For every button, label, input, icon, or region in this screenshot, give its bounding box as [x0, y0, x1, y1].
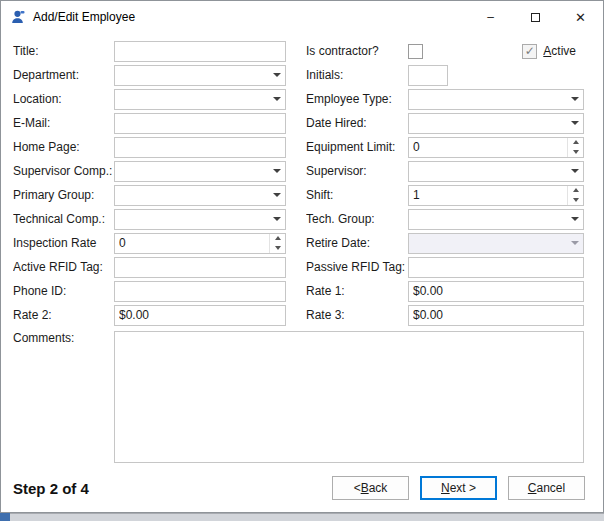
- passive-rfid-tag-label: Passive RFID Tag:: [306, 260, 408, 274]
- initials-input[interactable]: [408, 65, 448, 86]
- comments-textarea[interactable]: [114, 331, 584, 463]
- tech-group-dropdown[interactable]: [408, 209, 584, 230]
- employee-form: Title: Is contractor? ✓ Active Departmen…: [1, 33, 603, 463]
- email-input[interactable]: [114, 113, 286, 134]
- form-row: Technical Comp.: Tech. Group:: [13, 207, 603, 231]
- dialog-footer: Step 2 of 4 < Back Next > Cancel: [1, 476, 603, 512]
- spinner-down-icon[interactable]: [270, 243, 285, 253]
- chevron-down-icon: [273, 217, 281, 221]
- spinner-up-icon[interactable]: [568, 186, 583, 196]
- employee-person-icon: [10, 9, 26, 25]
- supervisor-dropdown[interactable]: [408, 161, 584, 182]
- minimize-icon: –: [487, 10, 494, 24]
- chevron-down-icon: [571, 169, 579, 173]
- close-button[interactable]: ✕: [558, 1, 603, 33]
- chevron-down-icon: [571, 121, 579, 125]
- spinner-down-icon[interactable]: [568, 147, 583, 157]
- chevron-down-icon: [273, 97, 281, 101]
- home-page-input[interactable]: [114, 137, 286, 158]
- equipment-limit-input[interactable]: [409, 138, 567, 157]
- shift-spinner: [408, 185, 584, 206]
- title-label: Title:: [13, 44, 114, 58]
- shift-label: Shift:: [306, 188, 408, 202]
- location-dropdown[interactable]: [114, 89, 286, 110]
- supervisor-comp-dropdown[interactable]: [114, 161, 286, 182]
- supervisor-comp-label: Supervisor Comp.:: [13, 164, 114, 178]
- rate-1-label: Rate 1:: [306, 284, 408, 298]
- department-label: Department:: [13, 68, 114, 82]
- background-accent: [0, 513, 10, 521]
- phone-id-input[interactable]: [114, 281, 286, 302]
- form-row: Title: Is contractor? ✓ Active: [13, 39, 603, 63]
- initials-label: Initials:: [306, 68, 408, 82]
- minimize-button[interactable]: –: [468, 1, 513, 33]
- cancel-button[interactable]: Cancel: [508, 476, 585, 500]
- rate-3-input[interactable]: [408, 305, 584, 326]
- form-row: E-Mail: Date Hired:: [13, 111, 603, 135]
- equipment-limit-label: Equipment Limit:: [306, 140, 408, 154]
- is-contractor-checkbox[interactable]: [408, 44, 423, 59]
- shift-input[interactable]: [409, 186, 567, 205]
- rate-2-input[interactable]: [114, 305, 286, 326]
- is-contractor-label: Is contractor?: [306, 44, 408, 58]
- passive-rfid-tag-input[interactable]: [408, 257, 584, 278]
- active-checkbox[interactable]: ✓: [522, 44, 537, 59]
- inspection-rate-spinner: [114, 233, 286, 254]
- inspection-rate-input[interactable]: [115, 234, 269, 253]
- active-label: Active: [543, 44, 576, 58]
- form-row: Rate 2: Rate 3:: [13, 303, 603, 327]
- add-edit-employee-dialog: Add/Edit Employee – ✕ Title: Is contract…: [0, 0, 604, 513]
- spinner-up-icon[interactable]: [568, 138, 583, 148]
- department-dropdown[interactable]: [114, 65, 286, 86]
- location-label: Location:: [13, 92, 114, 106]
- supervisor-label: Supervisor:: [306, 164, 408, 178]
- form-row: Home Page: Equipment Limit:: [13, 135, 603, 159]
- retire-date-label: Retire Date:: [306, 236, 408, 250]
- primary-group-label: Primary Group:: [13, 188, 114, 202]
- comments-label: Comments:: [13, 331, 114, 345]
- home-page-label: Home Page:: [13, 140, 114, 154]
- employee-type-label: Employee Type:: [306, 92, 408, 106]
- title-input[interactable]: [114, 41, 286, 62]
- chevron-down-icon: [273, 73, 281, 77]
- back-button[interactable]: < Back: [332, 476, 409, 500]
- next-button[interactable]: Next >: [420, 476, 497, 500]
- background-window-strip: [0, 513, 604, 521]
- rate-1-input[interactable]: [408, 281, 584, 302]
- maximize-button[interactable]: [513, 1, 558, 33]
- window-controls: – ✕: [468, 1, 603, 33]
- date-hired-dropdown[interactable]: [408, 113, 584, 134]
- equipment-limit-spinner: [408, 137, 584, 158]
- button-group: < Back Next > Cancel: [332, 476, 585, 500]
- maximize-icon: [531, 13, 540, 22]
- date-hired-label: Date Hired:: [306, 116, 408, 130]
- step-indicator: Step 2 of 4: [13, 480, 89, 497]
- form-row: Department: Initials:: [13, 63, 603, 87]
- form-row: Primary Group: Shift:: [13, 183, 603, 207]
- chevron-down-icon: [571, 217, 579, 221]
- rate-3-label: Rate 3:: [306, 308, 408, 322]
- active-rfid-tag-input[interactable]: [114, 257, 286, 278]
- spinner-up-icon[interactable]: [270, 234, 285, 244]
- close-icon: ✕: [575, 10, 586, 25]
- technical-comp-dropdown[interactable]: [114, 209, 286, 230]
- title-bar: Add/Edit Employee – ✕: [1, 1, 603, 33]
- chevron-down-icon: [273, 193, 281, 197]
- active-rfid-tag-label: Active RFID Tag:: [13, 260, 114, 274]
- form-row: Location: Employee Type:: [13, 87, 603, 111]
- primary-group-dropdown[interactable]: [114, 185, 286, 206]
- phone-id-label: Phone ID:: [13, 284, 114, 298]
- chevron-down-icon: [571, 241, 579, 245]
- retire-date-dropdown: [408, 233, 584, 254]
- window-title: Add/Edit Employee: [33, 10, 135, 24]
- form-row: Supervisor Comp.: Supervisor:: [13, 159, 603, 183]
- chevron-down-icon: [273, 169, 281, 173]
- form-row: Active RFID Tag: Passive RFID Tag:: [13, 255, 603, 279]
- email-label: E-Mail:: [13, 116, 114, 130]
- rate-2-label: Rate 2:: [13, 308, 114, 322]
- inspection-rate-label: Inspection Rate: [13, 236, 114, 250]
- spinner-down-icon[interactable]: [568, 195, 583, 205]
- form-row: Phone ID: Rate 1:: [13, 279, 603, 303]
- employee-type-dropdown[interactable]: [408, 89, 584, 110]
- tech-group-label: Tech. Group:: [306, 212, 408, 226]
